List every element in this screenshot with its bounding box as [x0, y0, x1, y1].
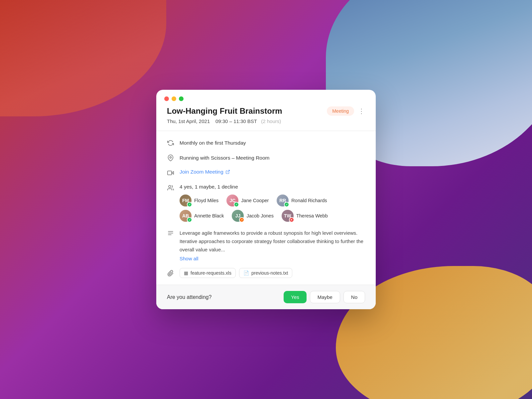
- attendee-annette: AB ✓ Annette Black: [180, 210, 224, 222]
- event-time-range: 09:30 – 11:30 BST: [215, 118, 257, 124]
- status-theresa: ✕: [289, 217, 294, 222]
- show-all-link[interactable]: Show all: [180, 256, 365, 261]
- minimize-button[interactable]: [172, 96, 176, 101]
- avatar-wrap-floyd: FM ✓: [180, 195, 192, 206]
- attachments-list: ▦ feature-requests.xls 📄 previous-notes.…: [180, 268, 292, 278]
- document-icon: 📄: [243, 270, 249, 276]
- close-button[interactable]: [164, 96, 169, 101]
- status-annette: ✓: [187, 217, 192, 222]
- rsvp-yes-button[interactable]: Yes: [284, 291, 306, 303]
- more-options-button[interactable]: ⋮: [358, 108, 365, 114]
- event-card: Low-Hanging Fruit Brainstorm Meeting ⋮ T…: [156, 90, 376, 310]
- status-floyd: ✓: [187, 202, 192, 207]
- svg-point-0: [170, 157, 172, 158]
- attendee-ronald: RR ✓ Ronald Richards: [277, 195, 327, 206]
- avatar-wrap-jane: JC ✓: [226, 195, 238, 206]
- event-title: Low-Hanging Fruit Brainstorm: [167, 106, 282, 116]
- traffic-lights: [156, 90, 376, 106]
- attendee-name-jane: Jane Cooper: [241, 198, 269, 203]
- attachments-icon: [167, 270, 174, 277]
- svg-marker-1: [172, 172, 174, 174]
- attending-question: Are you attending?: [167, 294, 211, 300]
- attendee-jane: JC ✓ Jane Cooper: [226, 195, 269, 206]
- attendees-grid: FM ✓ Floyd Miles JC: [180, 195, 365, 222]
- maximize-button[interactable]: [179, 96, 184, 101]
- header-actions: Meeting ⋮: [327, 106, 365, 116]
- attendees-row-1: FM ✓ Floyd Miles JC: [180, 195, 365, 206]
- description-text: Leverage agile frameworks to provide a r…: [180, 229, 365, 254]
- card-footer: Are you attending? Yes Maybe No: [156, 285, 376, 309]
- location-icon: [167, 154, 174, 162]
- attachment-1-name: feature-requests.xls: [191, 270, 231, 276]
- attachments-row: ▦ feature-requests.xls 📄 previous-notes.…: [167, 268, 365, 278]
- location-row: Running with Scissors – Meeting Room: [167, 154, 365, 162]
- attendees-count: 4 yes, 1 maybe, 1 decline: [180, 184, 365, 190]
- description-section: Leverage agile frameworks to provide a r…: [167, 229, 365, 261]
- description-icon: [167, 229, 174, 237]
- attendee-name-annette: Annette Black: [194, 213, 224, 218]
- attendee-name-ronald: Ronald Richards: [291, 198, 327, 203]
- avatar-wrap-annette: AB ✓: [180, 210, 192, 222]
- card-body: Monthly on the first Thursday Running wi…: [156, 131, 376, 285]
- avatar-wrap-jacob: JJ ?: [232, 210, 244, 222]
- zoom-row: Join Zoom Meeting: [167, 169, 365, 177]
- spreadsheet-icon: ▦: [184, 270, 188, 276]
- svg-line-3: [227, 170, 229, 172]
- description-row: Leverage agile frameworks to provide a r…: [167, 229, 365, 261]
- event-date: Thu, 1st April, 2021: [167, 118, 210, 124]
- rsvp-buttons: Yes Maybe No: [284, 291, 365, 303]
- attendees-section: 4 yes, 1 maybe, 1 decline FM ✓: [167, 184, 365, 222]
- attachment-2[interactable]: 📄 previous-notes.txt: [239, 268, 293, 278]
- attendee-floyd: FM ✓ Floyd Miles: [180, 195, 218, 206]
- attendees-info-row: 4 yes, 1 maybe, 1 decline FM ✓: [167, 184, 365, 222]
- attendee-theresa: TW ✕ Theresa Webb: [282, 210, 328, 222]
- svg-rect-2: [168, 171, 172, 175]
- recurrence-row: Monthly on the first Thursday: [167, 139, 365, 147]
- status-jacob: ?: [239, 217, 244, 222]
- avatar-wrap-ronald: RR ✓: [277, 195, 289, 206]
- meeting-badge: Meeting: [327, 106, 354, 116]
- attachment-2-name: previous-notes.txt: [251, 270, 288, 276]
- attendees-content: 4 yes, 1 maybe, 1 decline FM ✓: [180, 184, 365, 222]
- rsvp-no-button[interactable]: No: [343, 291, 365, 303]
- avatar-wrap-theresa: TW ✕: [282, 210, 294, 222]
- event-duration: (2 hours): [261, 118, 281, 124]
- svg-point-4: [169, 186, 171, 188]
- video-icon: [167, 169, 174, 177]
- attendee-name-theresa: Theresa Webb: [296, 213, 328, 218]
- recurrence-icon: [167, 139, 174, 147]
- attendees-row-2: AB ✓ Annette Black JJ: [180, 210, 365, 222]
- card-header: Low-Hanging Fruit Brainstorm Meeting ⋮ T…: [156, 106, 376, 131]
- rsvp-maybe-button[interactable]: Maybe: [310, 291, 340, 303]
- event-datetime: Thu, 1st April, 2021 09:30 – 11:30 BST (…: [167, 118, 365, 124]
- location-text: Running with Scissors – Meeting Room: [180, 154, 270, 162]
- recurrence-text: Monthly on the first Thursday: [180, 139, 246, 147]
- attendee-jacob: JJ ? Jacob Jones: [232, 210, 273, 222]
- status-ronald: ✓: [284, 202, 289, 207]
- attendee-name-floyd: Floyd Miles: [194, 198, 218, 203]
- attendees-icon: [167, 184, 174, 192]
- zoom-link[interactable]: Join Zoom Meeting: [180, 169, 230, 175]
- attendee-name-jacob: Jacob Jones: [246, 213, 273, 218]
- description-content: Leverage agile frameworks to provide a r…: [180, 229, 365, 261]
- attachment-1[interactable]: ▦ feature-requests.xls: [180, 268, 236, 278]
- status-jane: ✓: [234, 202, 239, 207]
